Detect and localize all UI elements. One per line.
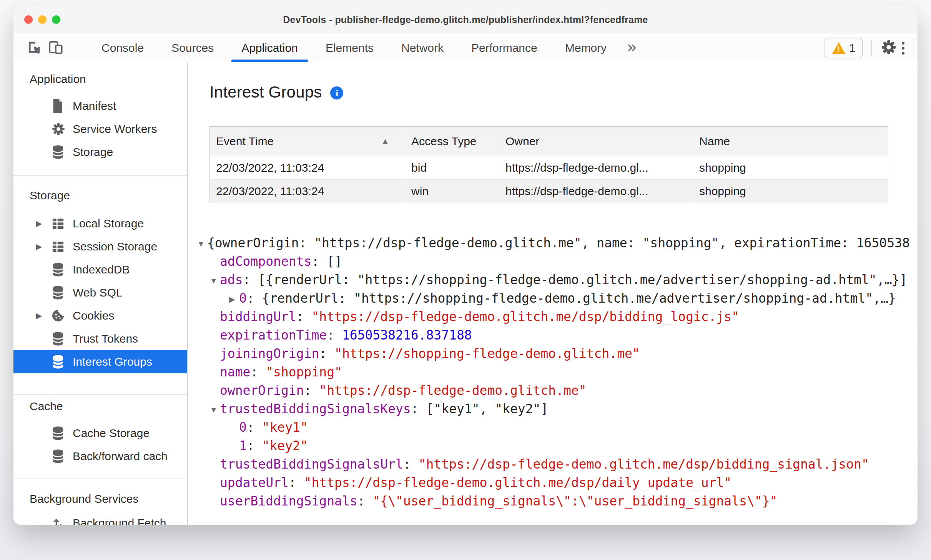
table-cell[interactable]: shopping [693, 180, 888, 203]
devtools-window: DevTools - publisher-fledge-demo.glitch.… [13, 5, 918, 525]
disclosure-triangle-icon[interactable]: ▼ [197, 235, 207, 252]
warning-icon [832, 42, 845, 54]
table-cell[interactable]: https://dsp-fledge-demo.gl... [499, 156, 693, 180]
expand-triangle-icon[interactable]: ▶ [36, 242, 51, 251]
sidebar-item-service-workers[interactable]: Service Workers [13, 118, 187, 141]
table-icon [51, 217, 66, 230]
tree-row[interactable]: ▼{ownerOrigin: "https://dsp-fledge-demo.… [188, 234, 918, 252]
sidebar-item-cache-storage[interactable]: Cache Storage [13, 422, 187, 445]
tree-row[interactable]: trustedBiddingSignalsUrl: "https://dsp-f… [188, 455, 918, 474]
preview-text: : [] [311, 254, 342, 269]
property-name: userBiddingSignals [220, 494, 357, 509]
column-header-name[interactable]: Name [693, 127, 888, 156]
sidebar-item-cookies[interactable]: ▶Cookies [13, 304, 187, 327]
window-titlebar: DevTools - publisher-fledge-demo.glitch.… [13, 5, 918, 34]
property-name: trustedBiddingSignalsUrl [220, 457, 403, 472]
sidebar-item-session-storage[interactable]: ▶Session Storage [13, 235, 187, 258]
tree-row[interactable]: ownerOrigin: "https://dsp-fledge-demo.gl… [188, 381, 918, 400]
string-value: "shopping" [266, 364, 342, 379]
device-toolbar-icon [47, 39, 64, 57]
tab-console[interactable]: Console [88, 34, 158, 62]
toolbar-separator [73, 40, 73, 56]
devtools-body: ApplicationManifestService WorkersStorag… [13, 62, 918, 525]
sidebar-item-label: Back/forward cach [73, 450, 168, 463]
tree-row[interactable]: userBiddingSignals: "{\"user_bidding_sig… [188, 492, 918, 510]
sidebar-item-interest-groups[interactable]: Interest Groups [13, 350, 187, 373]
settings-button[interactable] [878, 37, 899, 59]
tree-row[interactable]: name: "shopping" [188, 363, 918, 381]
sidebar-section-background-services: Background ServicesBackground Fetch [13, 479, 187, 525]
sidebar-item-indexeddb[interactable]: IndexedDB [13, 258, 187, 281]
application-sidebar: ApplicationManifestService WorkersStorag… [13, 62, 188, 525]
tab-elements[interactable]: Elements [312, 34, 387, 62]
expand-triangle-icon[interactable]: ▶ [36, 311, 51, 320]
sidebar-item-local-storage[interactable]: ▶Local Storage [13, 212, 187, 235]
preview-text: : [357, 494, 373, 509]
tree-row[interactable]: 1: "key2" [188, 437, 918, 455]
tree-row[interactable]: updateUrl: "https://dsp-fledge-demo.glit… [188, 474, 918, 492]
tab-application[interactable]: Application [228, 34, 312, 62]
property-name: trustedBiddingSignalsKeys [220, 401, 411, 416]
close-button[interactable] [24, 15, 33, 24]
column-header-event-time[interactable]: Event Time▲ [210, 127, 405, 156]
toolbar-separator-right [871, 40, 872, 56]
tab-performance[interactable]: Performance [457, 34, 551, 62]
property-name: joiningOrigin [220, 346, 319, 361]
tree-row[interactable]: ▶0: {renderUrl: "https://shopping-fledge… [188, 289, 918, 308]
sidebar-item-back-forward-cach[interactable]: Back/forward cach [13, 445, 187, 468]
property-name: biddingUrl [220, 309, 296, 324]
tab-network[interactable]: Network [387, 34, 457, 62]
preview-text: : [289, 475, 304, 490]
disclosure-triangle-icon[interactable]: ▶ [229, 290, 239, 308]
sidebar-item-label: Cookies [73, 309, 114, 322]
table-row[interactable]: 22/03/2022, 11:03:24bidhttps://dsp-fledg… [210, 156, 888, 180]
table-cell[interactable]: https://dsp-fledge-demo.gl... [499, 180, 693, 203]
sidebar-item-web-sql[interactable]: Web SQL [13, 281, 187, 304]
sidebar-item-label: Trust Tokens [73, 332, 138, 345]
sidebar-item-label: Web SQL [73, 286, 123, 299]
issues-counter-button[interactable]: 1 [825, 38, 863, 58]
table-cell[interactable]: shopping [693, 156, 888, 180]
column-header-access-type[interactable]: Access Type [405, 127, 499, 156]
preview-text: : [327, 328, 342, 343]
tab-memory[interactable]: Memory [551, 34, 620, 62]
table-cell[interactable]: bid [405, 156, 499, 180]
gear-icon [51, 122, 66, 136]
issues-count: 1 [849, 42, 855, 55]
string-value: "https://shopping-fledge-demo.glitch.me" [334, 346, 640, 361]
database-icon [51, 426, 66, 441]
tree-row[interactable]: biddingUrl: "https://dsp-fledge-demo.gli… [188, 308, 918, 326]
preview-text: : {renderUrl: "https://shopping-fledge-d… [247, 291, 896, 306]
tab-sources[interactable]: Sources [158, 34, 228, 62]
tree-row[interactable]: ▼ads: [{renderUrl: "https://shopping-fle… [188, 271, 918, 289]
string-value: "https://dsp-fledge-demo.glitch.me/dsp/b… [311, 309, 739, 324]
table-cell[interactable]: win [405, 180, 499, 203]
device-toolbar-button[interactable] [45, 37, 66, 59]
sidebar-item-trust-tokens[interactable]: Trust Tokens [13, 327, 187, 350]
expand-triangle-icon[interactable]: ▶ [36, 219, 51, 228]
tree-row[interactable]: 0: "key1" [188, 418, 918, 437]
database-icon [51, 449, 66, 464]
tree-row[interactable]: expirationTime: 1650538216.837188 [188, 326, 918, 345]
sidebar-item-storage[interactable]: Storage [13, 141, 187, 164]
sidebar-item-background-fetch[interactable]: Background Fetch [13, 512, 187, 525]
table-cell[interactable]: 22/03/2022, 11:03:24 [210, 156, 405, 180]
disclosure-triangle-icon[interactable]: ▼ [210, 401, 220, 418]
table-row[interactable]: 22/03/2022, 11:03:24winhttps://dsp-fledg… [210, 180, 888, 203]
more-tabs-button[interactable]: » [620, 39, 643, 55]
tree-row[interactable]: adComponents: [] [188, 252, 918, 271]
more-options-button[interactable] [902, 42, 904, 55]
tree-row[interactable]: joiningOrigin: "https://shopping-fledge-… [188, 345, 918, 363]
info-icon[interactable]: i [330, 86, 343, 99]
tree-row[interactable]: ▼trustedBiddingSignalsKeys: ["key1", "ke… [188, 400, 918, 418]
sidebar-item-manifest[interactable]: Manifest [13, 94, 187, 118]
disclosure-triangle-icon[interactable]: ▼ [210, 272, 220, 289]
inspect-element-button[interactable] [23, 37, 45, 59]
minimize-button[interactable] [38, 15, 47, 24]
column-header-owner[interactable]: Owner [499, 127, 693, 156]
table-cell[interactable]: 22/03/2022, 11:03:24 [210, 180, 405, 203]
preview-text: : [296, 309, 312, 324]
zoom-button[interactable] [52, 15, 60, 24]
sidebar-item-label: Interest Groups [73, 355, 152, 368]
column-header-label: Event Time [216, 135, 274, 148]
